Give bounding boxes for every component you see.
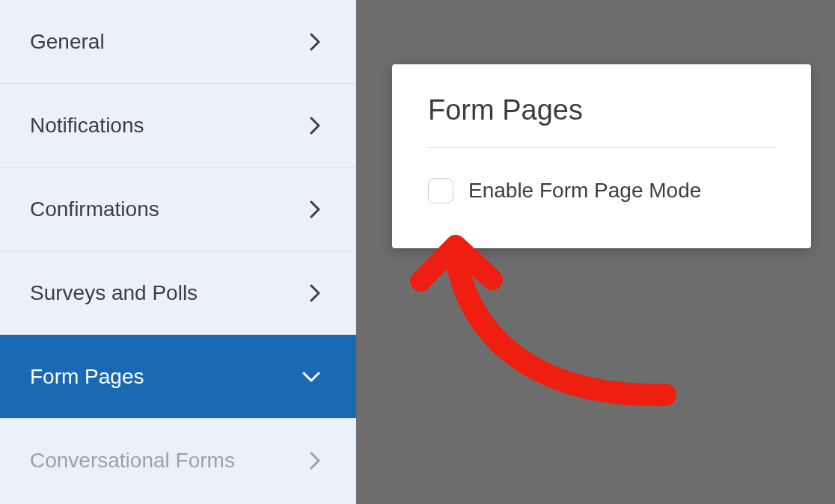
- sidebar-item-label: General: [30, 30, 105, 54]
- sidebar-item-general[interactable]: General: [0, 0, 356, 84]
- chevron-down-icon: [302, 372, 320, 382]
- chevron-right-icon: [310, 200, 320, 218]
- sidebar-item-label: Form Pages: [30, 365, 144, 389]
- sidebar-item-conversational-forms[interactable]: Conversational Forms: [0, 419, 356, 503]
- sidebar-item-surveys-and-polls[interactable]: Surveys and Polls: [0, 251, 356, 335]
- enable-form-page-mode-row: Enable Form Page Mode: [428, 178, 775, 203]
- chevron-right-icon: [310, 452, 320, 470]
- sidebar-item-label: Notifications: [30, 114, 144, 138]
- sidebar-item-confirmations[interactable]: Confirmations: [0, 168, 356, 251]
- annotation-arrow-icon: [407, 215, 691, 443]
- panel-divider: [428, 147, 775, 148]
- settings-sidebar: General Notifications Confirmations Surv…: [0, 0, 356, 504]
- sidebar-item-notifications[interactable]: Notifications: [0, 84, 356, 168]
- enable-form-page-mode-checkbox[interactable]: [428, 178, 453, 203]
- checkbox-label: Enable Form Page Mode: [468, 179, 701, 203]
- content-area: Form Pages Enable Form Page Mode: [356, 0, 835, 504]
- chevron-right-icon: [310, 284, 320, 302]
- sidebar-item-form-pages[interactable]: Form Pages: [0, 335, 356, 419]
- sidebar-item-label: Surveys and Polls: [30, 281, 198, 305]
- panel-title: Form Pages: [428, 94, 775, 126]
- form-pages-panel: Form Pages Enable Form Page Mode: [392, 64, 811, 248]
- chevron-right-icon: [310, 117, 320, 135]
- sidebar-item-label: Confirmations: [30, 197, 159, 221]
- sidebar-item-label: Conversational Forms: [30, 449, 235, 473]
- chevron-right-icon: [310, 33, 320, 51]
